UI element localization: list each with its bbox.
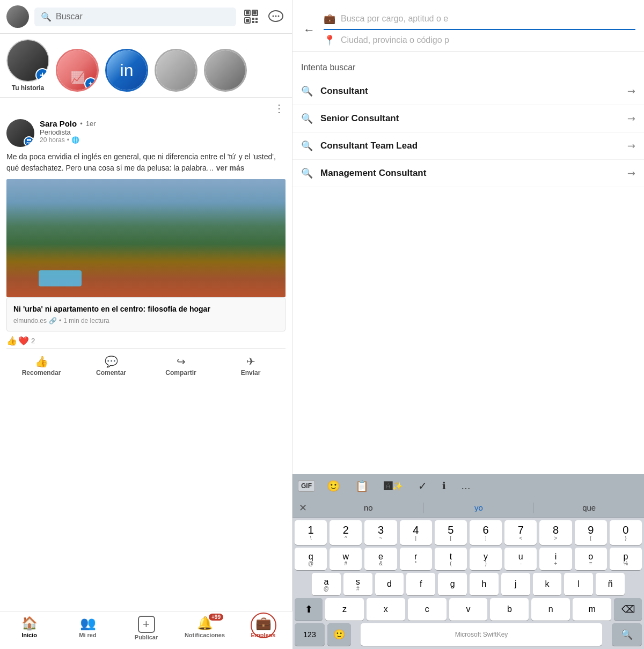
comment-button[interactable]: 💬 Comentar xyxy=(76,351,146,379)
key-123[interactable]: 123 xyxy=(295,623,325,646)
suggestion-senior-consultant[interactable]: 🔍 Senior Consultant ↗ xyxy=(292,105,644,132)
key-e[interactable]: e& xyxy=(364,548,397,570)
svg-rect-9 xyxy=(255,21,258,23)
key-j[interactable]: j xyxy=(501,573,530,595)
story-item-1[interactable]: 📈 + xyxy=(56,49,99,92)
qr-code-button[interactable] xyxy=(241,7,261,26)
post-author-avatar[interactable] xyxy=(6,119,34,147)
comment-label: Comentar xyxy=(96,369,126,377)
suggestion-text-2: Senior Consultant xyxy=(320,113,627,124)
key-s[interactable]: s# xyxy=(343,573,372,595)
recommend-button[interactable]: 👍 Recomendar xyxy=(6,351,76,379)
key-7[interactable]: 7< xyxy=(504,520,537,545)
suggestion-consultant-team-lead[interactable]: 🔍 Consultant Team Lead ↗ xyxy=(292,132,644,160)
story-item-3[interactable] xyxy=(155,49,197,92)
job-search-row: 💼 xyxy=(324,9,635,30)
see-more-link[interactable]: ver más xyxy=(216,164,245,172)
key-6[interactable]: 6] xyxy=(470,520,502,545)
search-keyboard-key[interactable]: 🔍 xyxy=(612,623,642,646)
story-own[interactable]: + Tu historia xyxy=(6,39,49,92)
space-key[interactable]: Microsoft SwiftKey xyxy=(361,623,602,646)
story-item-2[interactable]: in xyxy=(105,49,148,92)
key-2[interactable]: 2^ xyxy=(330,520,362,545)
key-9[interactable]: 9{ xyxy=(575,520,607,545)
nav-notifications[interactable]: 🔔 +99 Notificaciones xyxy=(175,616,234,640)
shift-key[interactable]: ⬆ xyxy=(295,598,323,621)
info-button[interactable]: ℹ xyxy=(439,478,449,494)
search-icon: 🔍 xyxy=(41,12,52,22)
search-bar[interactable]: 🔍 Buscar xyxy=(34,8,236,26)
job-search-input[interactable] xyxy=(341,14,635,24)
key-u[interactable]: u- xyxy=(504,548,537,570)
key-n[interactable]: n xyxy=(531,598,570,621)
check-button[interactable]: ✓ xyxy=(415,477,430,495)
svg-rect-1 xyxy=(246,11,249,14)
key-h[interactable]: h xyxy=(470,573,499,595)
key-f[interactable]: f xyxy=(406,573,435,595)
nav-post[interactable]: + Publicar xyxy=(117,616,175,640)
key-l[interactable]: l xyxy=(564,573,593,595)
word-suggestion-que[interactable]: que xyxy=(534,501,644,514)
key-5[interactable]: 5[ xyxy=(435,520,467,545)
close-suggestions-button[interactable]: ✕ xyxy=(292,502,313,514)
post-link-title: Ni 'urba' ni apartamento en el centro: f… xyxy=(13,304,279,315)
send-button[interactable]: ✈ Enviar xyxy=(216,351,286,379)
messages-button[interactable] xyxy=(266,7,286,26)
emoji-key[interactable]: 🙂 xyxy=(327,623,351,646)
key-v[interactable]: v xyxy=(449,598,488,621)
nav-home[interactable]: 🏠 Inicio xyxy=(0,616,58,640)
svg-rect-3 xyxy=(253,11,257,14)
search-bar-placeholder: Buscar xyxy=(56,12,83,21)
key-x[interactable]: x xyxy=(367,598,405,621)
user-avatar[interactable] xyxy=(6,5,29,28)
suggestion-consultant[interactable]: 🔍 Consultant ↗ xyxy=(292,78,644,105)
key-c[interactable]: c xyxy=(408,598,447,621)
key-k[interactable]: k xyxy=(533,573,562,595)
translate-button[interactable]: 🅰✨ xyxy=(380,479,406,493)
key-q[interactable]: q@ xyxy=(295,548,327,570)
key-b[interactable]: b xyxy=(490,598,529,621)
key-r[interactable]: r* xyxy=(400,548,432,570)
gif-button[interactable]: GIF xyxy=(298,480,315,492)
key-w[interactable]: w# xyxy=(330,548,362,570)
key-n-tilde[interactable]: ñ xyxy=(596,573,625,595)
key-i[interactable]: i+ xyxy=(539,548,572,570)
key-4[interactable]: 4| xyxy=(400,520,432,545)
back-button[interactable]: ← xyxy=(301,21,317,39)
key-t[interactable]: t( xyxy=(435,548,467,570)
share-button[interactable]: ↪ Compartir xyxy=(146,351,216,379)
post-more-icon[interactable]: ⋮ xyxy=(274,102,284,115)
clipboard-button[interactable]: 📋 xyxy=(352,477,372,495)
post-header: Sara Polo • 1er Periodista 20 horas • 🌐 xyxy=(6,119,286,147)
key-o[interactable]: o= xyxy=(575,548,607,570)
more-tools-button[interactable]: … xyxy=(458,478,474,494)
word-suggestion-yo[interactable]: yo xyxy=(424,501,534,514)
location-search-row: 📍 xyxy=(324,30,635,51)
delete-key[interactable]: ⌫ xyxy=(614,598,642,621)
post-link-card[interactable]: Ni 'urba' ni apartamento en el centro: f… xyxy=(6,297,286,331)
post-text: Me da poca envidia el inglés en general,… xyxy=(6,151,286,174)
feed-scroll[interactable]: ⋮ Sara Polo • xyxy=(0,98,292,649)
key-1[interactable]: 1\ xyxy=(295,520,327,545)
word-suggestion-no[interactable]: no xyxy=(313,501,423,514)
key-8[interactable]: 8> xyxy=(539,520,572,545)
key-g[interactable]: g xyxy=(438,573,467,595)
key-a[interactable]: a@ xyxy=(312,573,341,595)
key-z[interactable]: z xyxy=(325,598,364,621)
key-p[interactable]: p% xyxy=(610,548,642,570)
key-d[interactable]: d xyxy=(375,573,404,595)
story-item-4[interactable] xyxy=(204,49,247,92)
key-3[interactable]: 3~ xyxy=(364,520,397,545)
qwerty-row-3: ⬆ z x c v b n m ⌫ xyxy=(295,598,642,621)
nav-network[interactable]: 👥 Mi red xyxy=(58,616,117,640)
nav-jobs[interactable]: 💼 Empleos xyxy=(234,616,292,640)
nav-notifications-label: Notificaciones xyxy=(185,632,225,638)
key-m[interactable]: m xyxy=(573,598,611,621)
location-search-input[interactable] xyxy=(341,35,635,45)
emoji-sticker-button[interactable]: 🙂 xyxy=(324,477,343,495)
post-author-name[interactable]: Sara Polo xyxy=(40,119,77,128)
key-0[interactable]: 0} xyxy=(610,520,642,545)
post-link-source: elmundo.es 🔗 • 1 min de lectura xyxy=(13,317,279,324)
suggestion-management-consultant[interactable]: 🔍 Management Consultant ↗ xyxy=(292,160,644,187)
key-y[interactable]: y) xyxy=(470,548,502,570)
